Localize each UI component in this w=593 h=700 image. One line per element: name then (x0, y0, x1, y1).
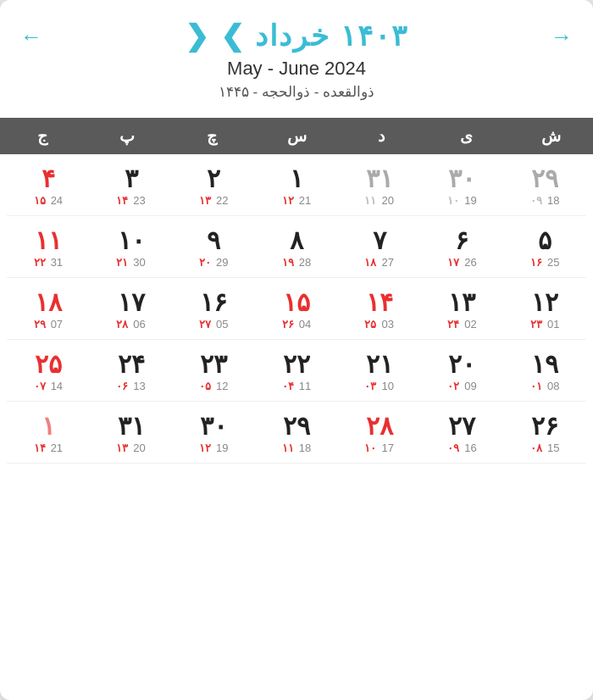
sub-dates: ۱۵24 (8, 194, 88, 207)
sub-dates: ۲۹07 (8, 318, 88, 331)
hijri-day-number: ۰۷ (34, 380, 46, 392)
hijri-day-number: ۱۱ (364, 194, 376, 207)
hijri-day-number: ۰۳ (364, 380, 376, 392)
hijri-day-number: ۱۹ (282, 256, 294, 269)
week-row-3: ۱۲۲۳01۱۳۲۴02۱۴۲۵03۱۵۲۶04۱۶۲۷05۱۷۲۸06۱۸۲۹… (7, 278, 586, 340)
sub-dates: ۰۲09 (423, 380, 502, 392)
weekday-label: ی (424, 126, 508, 146)
day-cell[interactable]: ۱۴۲۵03 (338, 285, 421, 334)
sub-dates: ۱۱18 (257, 442, 336, 454)
sub-dates: ۰۷14 (8, 380, 88, 392)
day-cell[interactable]: ۱۹۰۱08 (503, 347, 586, 396)
hijri-day-number: ۲۳ (530, 318, 542, 331)
persian-day-number: ۱۱ (8, 226, 88, 254)
day-cell[interactable]: ۵۱۶25 (503, 223, 586, 272)
day-cell[interactable]: ۷۱۸27 (338, 223, 421, 272)
gregorian-day-number: 04 (299, 318, 311, 331)
hijri-day-number: ۲۰ (199, 256, 211, 269)
day-cell[interactable]: ۳۱۱۳20 (90, 408, 173, 458)
hijri-day-number: ۱۱ (282, 442, 294, 454)
week-row-2: ۵۱۶25۶۱۷26۷۱۸27۸۱۹28۹۲۰29۱۰۲۱30۱۱۲۲31 (7, 216, 586, 278)
sub-dates: ۱۳20 (91, 442, 171, 454)
gregorian-day-number: 13 (133, 380, 145, 392)
day-cell[interactable]: ۲۸۱۰17 (338, 408, 421, 458)
hijri-day-number: ۱۸ (364, 256, 376, 269)
hijri-day-number: ۱۲ (199, 442, 211, 454)
sub-dates: ۰۶13 (91, 380, 171, 392)
day-cell[interactable]: ۳۰۱۰19 (421, 161, 504, 210)
day-cell[interactable]: ۳۱۴23 (90, 161, 173, 210)
day-cell[interactable]: ۳۰۱۲19 (172, 408, 255, 458)
sub-dates: ۲۸06 (91, 318, 171, 331)
day-cell[interactable]: ۹۲۰29 (172, 223, 255, 272)
sub-dates: ۰۳10 (340, 380, 419, 392)
persian-day-number: ۱۳ (423, 288, 502, 316)
day-cell[interactable]: ۱۱۲21 (255, 161, 338, 210)
day-cell[interactable]: ۲۹۰۹18 (503, 161, 586, 210)
day-cell[interactable]: ۲۰۰۲09 (421, 347, 504, 396)
gregorian-day-number: 08 (547, 380, 559, 392)
persian-day-number: ۲۵ (8, 350, 88, 378)
day-cell[interactable]: ۱۷۲۸06 (90, 285, 173, 334)
sub-dates: ۲۱30 (91, 256, 171, 269)
hijri-day-number: ۰۸ (530, 442, 542, 454)
persian-day-number: ۲۶ (505, 412, 585, 440)
hijri-day-number: ۲۹ (34, 318, 46, 331)
persian-day-number: ۲۳ (174, 350, 253, 378)
day-cell[interactable]: ۲۷۰۹16 (421, 408, 504, 458)
gregorian-day-number: 24 (51, 194, 63, 207)
hijri-day-number: ۱۶ (530, 256, 542, 269)
day-cell[interactable]: ۸۱۹28 (255, 223, 338, 272)
day-cell[interactable]: ۲۲۰۴11 (255, 347, 338, 396)
persian-day-number: ۲۹ (257, 412, 336, 440)
sub-dates: ۱۴21 (8, 442, 88, 454)
day-cell[interactable]: ۳۱۱۱20 (338, 161, 421, 210)
day-cell[interactable]: ۲۳۰۵12 (172, 347, 255, 396)
gregorian-day-number: 17 (381, 442, 393, 454)
weekday-label: ج (0, 126, 85, 146)
day-cell[interactable]: ۱۲۲۳01 (503, 285, 586, 334)
hijri-day-number: ۲۸ (116, 318, 128, 331)
sub-dates: ۰۹16 (423, 442, 502, 454)
hijri-day-number: ۱۷ (447, 256, 459, 269)
gregorian-day-number: 09 (464, 380, 476, 392)
week-row-4: ۱۹۰۱08۲۰۰۲09۲۱۰۳10۲۲۰۴11۲۳۰۵12۲۴۰۶13۲۵۰۷… (7, 340, 586, 402)
gregorian-day-number: 06 (133, 318, 145, 331)
sub-dates: ۲۰29 (174, 256, 253, 269)
day-cell[interactable]: ۲۱۰۳10 (338, 347, 421, 396)
gregorian-day-number: 19 (216, 442, 228, 454)
day-cell[interactable]: ۱۵۲۶04 (255, 285, 338, 334)
sub-dates: ۱۶25 (505, 256, 585, 269)
hijri-day-number: ۰۶ (116, 380, 128, 392)
prev-month-button[interactable]: ← (20, 24, 42, 50)
next-month-button[interactable]: → (551, 24, 573, 50)
persian-day-number: ۱۸ (8, 288, 88, 316)
gregorian-day-number: 01 (547, 318, 559, 331)
hijri-day-number: ۲۵ (364, 318, 376, 331)
day-cell[interactable]: ۲۹۱۱18 (255, 408, 338, 458)
gregorian-day-number: 23 (133, 194, 145, 207)
day-cell[interactable]: ۶۱۷26 (421, 223, 504, 272)
day-cell[interactable]: ۱۶۲۷05 (172, 285, 255, 334)
day-cell[interactable]: ۱۱۲۲31 (7, 223, 90, 272)
day-cell[interactable]: ۲۵۰۷14 (7, 347, 90, 396)
persian-day-number: ۲۸ (340, 412, 419, 440)
gregorian-day-number: 20 (381, 194, 393, 207)
gregorian-day-number: 28 (299, 256, 311, 269)
weekday-label: پ (85, 126, 169, 146)
day-cell[interactable]: ۲۴۰۶13 (90, 347, 173, 396)
hijri-day-number: ۲۶ (282, 318, 294, 331)
day-cell[interactable]: ۱۰۲۱30 (90, 223, 173, 272)
day-cell[interactable]: ۲۶۰۸15 (503, 408, 586, 458)
day-cell[interactable]: ۱۱۴21 (7, 408, 90, 458)
day-cell[interactable]: ۱۳۲۴02 (421, 285, 504, 334)
day-cell[interactable]: ۲۱۳22 (172, 161, 255, 210)
day-cell[interactable]: ۱۸۲۹07 (7, 285, 90, 334)
sub-dates: ۱۸27 (340, 256, 419, 269)
hijri-day-number: ۰۲ (447, 380, 459, 392)
persian-day-number: ۴ (8, 164, 88, 192)
sub-dates: ۱۲21 (257, 194, 336, 207)
hijri-day-number: ۱۵ (34, 194, 46, 207)
hijri-day-number: ۲۷ (199, 318, 211, 331)
day-cell[interactable]: ۴۱۵24 (7, 161, 90, 210)
